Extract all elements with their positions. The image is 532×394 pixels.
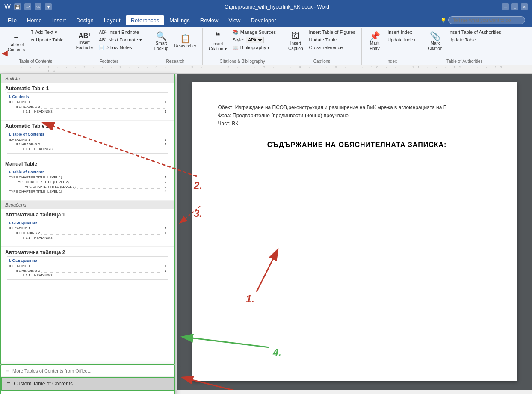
ribbon-group-index: 📌 MarkEntry Insert Index Update Index In… bbox=[362, 28, 422, 65]
window-controls: ─ □ ✕ bbox=[502, 3, 528, 10]
toc-sub-buttons: T Add Text ▾ ↻ Update Table bbox=[28, 28, 66, 44]
ribbon-group-footnotes: AB¹ InsertFootnote AB¹ Insert Endnote AB… bbox=[70, 28, 148, 65]
cursor-position[interactable] bbox=[227, 157, 496, 165]
footnote-sub-buttons: AB¹ Insert Endnote AB¹ Next Footnote ▾ 📄… bbox=[96, 28, 145, 51]
ribbon-group-captions: 🖼 InsertCaption Insert Table of Figures … bbox=[282, 28, 362, 65]
mark-entry-button[interactable]: 📌 MarkEntry bbox=[365, 28, 384, 54]
update-index-label: Update Index bbox=[387, 37, 415, 42]
insert-table-authorities-button[interactable]: Insert Table of Authorities bbox=[446, 28, 503, 36]
menu-view[interactable]: View bbox=[223, 15, 245, 25]
research-group-label: Research bbox=[152, 59, 199, 65]
built-in-header: Built-In bbox=[1, 74, 174, 83]
add-text-button[interactable]: T Add Text ▾ bbox=[28, 28, 66, 36]
menu-home[interactable]: Home bbox=[22, 15, 47, 25]
researcher-button[interactable]: 📋 Researcher bbox=[171, 28, 199, 54]
toc-label: Table ofContents bbox=[8, 42, 25, 53]
menu-mailings[interactable]: Mailings bbox=[164, 15, 195, 25]
custom-toc-button[interactable]: ≡ Custom Table of Contents... bbox=[1, 377, 174, 391]
tell-me-input[interactable] bbox=[448, 16, 525, 24]
index-group-label: Index bbox=[365, 59, 418, 65]
captions-buttons: 🖼 InsertCaption Insert Table of Figures … bbox=[286, 28, 358, 59]
toc-item-bg-auto1-title: Автоматична таблица 1 bbox=[5, 212, 170, 218]
insert-index-button[interactable]: Insert Index bbox=[385, 28, 418, 36]
toc-item-auto1[interactable]: Automatic Table 1 I. Contents II.HEADING… bbox=[1, 83, 174, 121]
researcher-icon: 📋 bbox=[180, 33, 191, 44]
update-table-auth-label: Update Table bbox=[448, 37, 476, 42]
update-table-button[interactable]: ↻ Update Table bbox=[28, 36, 66, 44]
doc-main-title: СЪДЪРЖАНИЕ НА ОБЯСНИТЕЛНАТА ЗАПИСКА: bbox=[218, 141, 496, 149]
research-buttons: 🔍 SmartLookup 📋 Researcher bbox=[152, 28, 199, 59]
menu-references[interactable]: References bbox=[126, 15, 164, 25]
header-line1: Обект: Изграждане на ПСОВ,реконструкция … bbox=[218, 104, 496, 112]
toc-icon: ≡ bbox=[14, 32, 19, 42]
toc-item-auto2[interactable]: Automatic Table 2 I. Table of Contents I… bbox=[1, 121, 174, 158]
menu-layout[interactable]: Layout bbox=[99, 15, 126, 25]
insert-endnote-button[interactable]: AB¹ Insert Endnote bbox=[96, 28, 145, 36]
menu-design[interactable]: Design bbox=[71, 15, 98, 25]
customize-icon[interactable]: ▾ bbox=[45, 3, 52, 10]
mark-citation-button[interactable]: 📎 MarkCitation bbox=[426, 28, 445, 54]
update-table-auth-button[interactable]: Update Table bbox=[446, 36, 503, 44]
header-line2: Фаза: Предварително (прединвестиционно) … bbox=[218, 112, 496, 120]
update-index-button[interactable]: Update Index bbox=[385, 36, 418, 44]
toc-item-bg-auto2-title: Автоматична таблица 2 bbox=[5, 249, 170, 255]
toc-item-manual[interactable]: Manual Table I. Table of Contents TYPE C… bbox=[1, 158, 174, 201]
manage-sources-label: Manage Sources bbox=[240, 30, 276, 35]
title-bar-left: W 💾 ↩ ↪ ▾ bbox=[4, 3, 52, 11]
insert-footnote-button[interactable]: AB¹ InsertFootnote bbox=[74, 28, 95, 54]
doc-content: Обект: Изграждане на ПСОВ,реконструкция … bbox=[218, 104, 496, 165]
insert-table-figures-button[interactable]: Insert Table of Figures bbox=[306, 28, 358, 36]
cross-reference-button[interactable]: Cross-reference bbox=[306, 44, 358, 51]
more-toc-icon: ≡ bbox=[6, 368, 9, 374]
title-bar: W 💾 ↩ ↪ ▾ Съдържание_with_hyperlink_KK.d… bbox=[0, 0, 532, 14]
manage-sources-icon: 📚 bbox=[233, 30, 239, 35]
toc-item-auto1-title: Automatic Table 1 bbox=[5, 86, 170, 92]
manage-sources-button[interactable]: 📚 Manage Sources bbox=[230, 28, 278, 36]
update-table-icon: ↻ bbox=[31, 38, 34, 42]
style-button[interactable]: Style: APA bbox=[230, 36, 278, 44]
insert-caption-button[interactable]: 🖼 InsertCaption bbox=[286, 28, 305, 54]
close-icon[interactable]: ✕ bbox=[521, 3, 528, 10]
insert-citation-button[interactable]: ❝ InsertCitation ▾ bbox=[206, 28, 229, 54]
save-icon[interactable]: 💾 bbox=[14, 3, 21, 10]
toc-item-manual-title: Manual Table bbox=[5, 161, 170, 167]
next-footnote-button[interactable]: AB¹ Next Footnote ▾ bbox=[96, 36, 145, 44]
toc-item-bg-auto2[interactable]: Автоматична таблица 2 I. Съдържание II.H… bbox=[1, 247, 174, 284]
menu-file[interactable]: File bbox=[3, 15, 22, 25]
ribbon-group-research: 🔍 SmartLookup 📋 Researcher Research bbox=[148, 28, 203, 65]
remove-toc-button[interactable]: ✕ Remove Table of Contents bbox=[1, 391, 174, 394]
toc-item-bg-auto1[interactable]: Автоматична таблица 1 I. Съдържание II.H… bbox=[1, 209, 174, 247]
authorities-group-label: Table of Authorities bbox=[426, 59, 504, 65]
more-toc-label: More Tables of Contents from Office... bbox=[12, 368, 92, 373]
ribbon-group-citations: ❝ InsertCitation ▾ 📚 Manage Sources Styl… bbox=[203, 28, 282, 65]
lightbulb-icon: 💡 bbox=[440, 18, 446, 23]
cross-reference-label: Cross-reference bbox=[309, 45, 343, 50]
next-footnote-label: Next Footnote ▾ bbox=[108, 37, 142, 43]
minimize-icon[interactable]: ─ bbox=[502, 3, 509, 10]
document-title: Съдържание_with_hyperlink_KK.docx - Word bbox=[225, 4, 329, 10]
bibliography-button[interactable]: 📖 Bibliography ▾ bbox=[230, 44, 278, 51]
more-toc-button[interactable]: ≡ More Tables of Contents from Office... bbox=[1, 365, 174, 377]
menu-developer[interactable]: Developer bbox=[245, 15, 281, 25]
toc-dropdown[interactable]: Built-In Automatic Table 1 I. Contents I… bbox=[0, 74, 175, 364]
insert-table-figures-label: Insert Table of Figures bbox=[309, 30, 355, 35]
text-cursor bbox=[228, 157, 228, 163]
smart-lookup-button[interactable]: 🔍 SmartLookup bbox=[152, 28, 171, 54]
undo-icon[interactable]: ↩ bbox=[24, 3, 31, 10]
maximize-icon[interactable]: □ bbox=[511, 3, 518, 10]
insert-caption-label: InsertCaption bbox=[288, 41, 303, 51]
redo-icon[interactable]: ↪ bbox=[35, 3, 41, 10]
menu-review[interactable]: Review bbox=[195, 15, 224, 25]
mark-entry-label: MarkEntry bbox=[369, 41, 379, 51]
table-of-contents-button[interactable]: ≡ Table ofContents ◀ bbox=[5, 28, 27, 56]
update-table-captions-button[interactable]: Update Table bbox=[306, 36, 358, 44]
menu-insert[interactable]: Insert bbox=[47, 15, 71, 25]
style-label: Style: bbox=[233, 37, 245, 42]
ruler: · · · 1 · · · 2 · · · 3 · · · 4 · · · 5 … bbox=[0, 65, 532, 74]
style-select[interactable]: APA bbox=[246, 37, 264, 43]
toc-buttons: ≡ Table ofContents ◀ T Add Text ▾ ↻ Upda… bbox=[5, 28, 66, 59]
toc-preview-auto1: I. Contents II.HEADING 11 II.1 HEADING 2… bbox=[7, 92, 168, 116]
tell-me-container: 💡 bbox=[436, 16, 529, 24]
add-text-label: Add Text ▾ bbox=[35, 30, 57, 35]
show-notes-button[interactable]: 📄 Show Notes bbox=[96, 44, 145, 51]
